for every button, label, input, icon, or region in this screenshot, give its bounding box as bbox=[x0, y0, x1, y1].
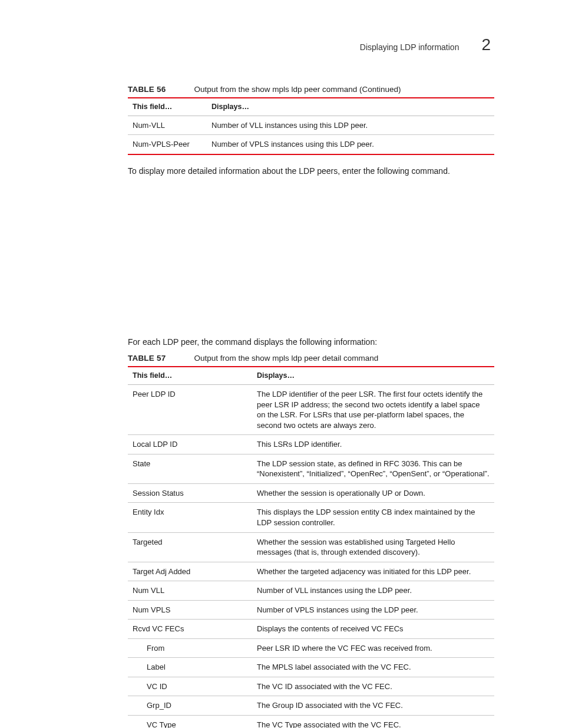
table-row: Num VPLSNumber of VPLS instances using t… bbox=[128, 600, 494, 620]
table56-caption: TABLE 56 Output from the show mpls ldp p… bbox=[128, 85, 494, 94]
page: Displaying LDP information 2 TABLE 56 Ou… bbox=[0, 0, 562, 728]
field-name: VC ID bbox=[128, 677, 252, 696]
table57-head-field: This field… bbox=[128, 367, 252, 384]
table-row: VC TypeThe VC Type associated with the V… bbox=[128, 715, 494, 728]
blank-space bbox=[128, 190, 494, 326]
field-desc: The VC ID associated with the VC FEC. bbox=[252, 677, 494, 696]
field-desc: The Group ID associated with the VC FEC. bbox=[252, 696, 494, 716]
field-desc: Number of VLL instances using the LDP pe… bbox=[252, 581, 494, 601]
field-name: Num-VLL bbox=[128, 116, 207, 135]
field-name: Target Adj Added bbox=[128, 562, 252, 581]
field-name: Num VLL bbox=[128, 581, 252, 601]
field-desc: Whether the session is operationally UP … bbox=[252, 483, 494, 503]
table-row: Num-VLL Number of VLL instances using th… bbox=[128, 116, 494, 135]
field-name: Num-VPLS-Peer bbox=[128, 135, 207, 154]
field-desc: Number of VPLS instances using the LDP p… bbox=[252, 600, 494, 620]
field-desc: Displays the contents of received VC FEC… bbox=[252, 620, 494, 639]
table56-head-field: This field… bbox=[128, 98, 207, 116]
paragraph-more-detail: To display more detailed information abo… bbox=[128, 166, 494, 177]
field-desc: Number of VPLS instances using this LDP … bbox=[207, 135, 494, 154]
table-row: LabelThe MPLS label associated with the … bbox=[128, 658, 494, 677]
field-name: Targeted bbox=[128, 532, 252, 562]
field-name: Entity Idx bbox=[128, 503, 252, 532]
field-desc: This LSRs LDP identifier. bbox=[252, 435, 494, 454]
field-desc: Peer LSR ID where the VC FEC was receive… bbox=[252, 638, 494, 658]
table-row: VC IDThe VC ID associated with the VC FE… bbox=[128, 677, 494, 696]
content-area: TABLE 56 Output from the show mpls ldp p… bbox=[128, 85, 494, 728]
table-row: StateThe LDP session state, as defined i… bbox=[128, 454, 494, 483]
table-row: Peer LDP IDThe LDP identifier of the pee… bbox=[128, 385, 494, 435]
table-57: This field… Displays… Peer LDP IDThe LDP… bbox=[128, 366, 494, 728]
field-desc: Whether the session was established usin… bbox=[252, 532, 494, 562]
table-row: Entity IdxThis displays the LDP session … bbox=[128, 503, 494, 532]
table-row: Grp_IDThe Group ID associated with the V… bbox=[128, 696, 494, 716]
table-row: Target Adj AddedWhether the targeted adj… bbox=[128, 562, 494, 581]
field-name: Num VPLS bbox=[128, 600, 252, 620]
paragraph-each-peer: For each LDP peer, the command displays … bbox=[128, 337, 494, 348]
field-desc: Number of VLL instances using this LDP p… bbox=[207, 116, 494, 135]
table-row: FromPeer LSR ID where the VC FEC was rec… bbox=[128, 638, 494, 658]
table-row: Num-VPLS-Peer Number of VPLS instances u… bbox=[128, 135, 494, 154]
field-desc: The MPLS label associated with the VC FE… bbox=[252, 658, 494, 677]
table57-label: TABLE 57 bbox=[128, 354, 166, 363]
table-row: TargetedWhether the session was establis… bbox=[128, 532, 494, 562]
field-name: Rcvd VC FECs bbox=[128, 620, 252, 639]
table-row: Session StatusWhether the session is ope… bbox=[128, 483, 494, 503]
field-desc: The VC Type associated with the VC FEC. bbox=[252, 715, 494, 728]
table-row: Num VLLNumber of VLL instances using the… bbox=[128, 581, 494, 601]
field-name: Session Status bbox=[128, 483, 252, 503]
table-row: Rcvd VC FECsDisplays the contents of rec… bbox=[128, 620, 494, 639]
field-name: Peer LDP ID bbox=[128, 385, 252, 435]
table57-caption: TABLE 57 Output from the show mpls ldp p… bbox=[128, 354, 494, 363]
field-name: Grp_ID bbox=[128, 696, 252, 716]
field-name: VC Type bbox=[128, 715, 252, 728]
field-desc: The LDP identifier of the peer LSR. The … bbox=[252, 385, 494, 435]
field-desc: The LDP session state, as defined in RFC… bbox=[252, 454, 494, 483]
header-chapter-number: 2 bbox=[481, 35, 491, 54]
table56-title: Output from the show mpls ldp peer comma… bbox=[194, 85, 401, 94]
table-row: Local LDP IDThis LSRs LDP identifier. bbox=[128, 435, 494, 454]
field-name: Local LDP ID bbox=[128, 435, 252, 454]
field-desc: Whether the targeted adjacency was initi… bbox=[252, 562, 494, 581]
table56-label: TABLE 56 bbox=[128, 85, 166, 94]
field-desc: This displays the LDP session entity CB … bbox=[252, 503, 494, 532]
table56-head-displays: Displays… bbox=[207, 98, 494, 116]
table57-head-displays: Displays… bbox=[252, 367, 494, 384]
running-header: Displaying LDP information 2 bbox=[68, 35, 494, 54]
field-name: From bbox=[128, 638, 252, 658]
header-section-title: Displaying LDP information bbox=[360, 42, 459, 52]
table57-title: Output from the show mpls ldp peer detai… bbox=[194, 354, 378, 363]
table-56: This field… Displays… Num-VLL Number of … bbox=[128, 97, 494, 155]
field-name: State bbox=[128, 454, 252, 483]
field-name: Label bbox=[128, 658, 252, 677]
